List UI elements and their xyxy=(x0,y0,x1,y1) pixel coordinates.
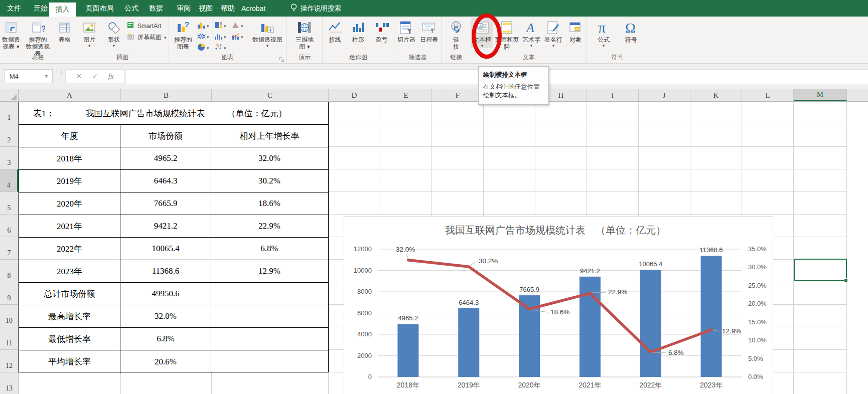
table-cell[interactable]: 2023年 xyxy=(19,260,120,282)
row-header-8[interactable]: 8 xyxy=(0,260,19,282)
column-header-E[interactable]: E xyxy=(380,89,432,101)
row-header-4[interactable]: 4 xyxy=(0,169,19,192)
column-header-A[interactable]: A xyxy=(19,89,121,101)
ribbon-button-三维地图[interactable]: 三维地 图 ▾ xyxy=(294,18,316,50)
embedded-chart[interactable]: 我国互联网广告市场规模统计表 （单位：亿元）120001000080006000… xyxy=(344,216,773,394)
column-header-J[interactable]: J xyxy=(639,89,690,101)
ribbon-tab-3[interactable]: 插入 xyxy=(49,3,76,17)
table-cell[interactable]: 9421.2 xyxy=(120,215,211,237)
ribbon-tab-4[interactable]: 页面布局 xyxy=(81,0,118,17)
table-cell[interactable]: 2022年 xyxy=(19,238,120,260)
row-header-3[interactable]: 3 xyxy=(0,147,19,169)
cancel-icon[interactable]: ✕ xyxy=(76,72,82,80)
table-cell[interactable] xyxy=(211,350,328,373)
table-cell[interactable] xyxy=(211,305,328,327)
ribbon-button-页眉和页脚[interactable]: 页眉和页脚 xyxy=(493,18,520,50)
tell-me-search[interactable]: 操作说明搜索 xyxy=(290,0,341,17)
ribbon-button-mini-treemap-icon[interactable]: ▾ xyxy=(214,21,231,32)
ribbon-button-mini-histogram-icon[interactable]: ▾ xyxy=(214,32,231,43)
insert-function-icon[interactable]: fx xyxy=(108,72,114,81)
dialog-launcher-icon[interactable] xyxy=(279,56,284,61)
table-cell[interactable]: 总计市场份额 xyxy=(19,283,120,305)
column-header-M[interactable]: M xyxy=(794,89,847,101)
table-cell[interactable]: 6.8% xyxy=(211,238,328,260)
ribbon-button-mini-line-chart-icon[interactable]: ▾ xyxy=(197,32,214,43)
table-header-cell[interactable]: 年度 xyxy=(19,125,120,147)
table-cell[interactable]: 18.6% xyxy=(211,192,328,215)
table-cell[interactable]: 12.9% xyxy=(211,260,328,282)
ribbon-button-日程表[interactable]: 日程表 xyxy=(418,18,440,43)
row-header-1[interactable]: 1 xyxy=(0,102,19,124)
table-cell[interactable]: 2021年 xyxy=(19,215,120,237)
ribbon-button-mini-pie-chart-icon[interactable]: ▾ xyxy=(197,43,214,54)
table-header-cell[interactable]: 市场份额 xyxy=(120,125,211,147)
table-cell[interactable]: 2018年 xyxy=(19,147,120,169)
name-box-dropdown-icon[interactable]: ▼ xyxy=(44,74,49,79)
table-cell[interactable] xyxy=(211,283,328,305)
ribbon-button-艺术字[interactable]: A艺术字▾ xyxy=(520,18,542,48)
ribbon-button-数据透视图[interactable]: 数据透视图▾ xyxy=(251,18,283,48)
ribbon-tab-9[interactable]: 帮助 xyxy=(216,0,239,17)
table-cell[interactable]: 49950.6 xyxy=(120,283,211,305)
table-cell[interactable]: 最低增长率 xyxy=(19,328,120,350)
table-cell[interactable]: 2020年 xyxy=(19,192,120,215)
ribbon-button-mini-column-chart-icon[interactable]: ▾ xyxy=(197,21,214,32)
ribbon-button-柱形[interactable]: 柱形 xyxy=(347,18,369,43)
table-cell[interactable]: 4965.2 xyxy=(120,147,211,169)
row-header-13[interactable]: 13 xyxy=(0,372,19,394)
ribbon-button-推荐的图表[interactable]: ?推荐的 图表 xyxy=(172,18,194,50)
data-table[interactable]: 表1：我国互联网广告市场规模统计表（单位：亿元）年度市场份额相对上年增长率201… xyxy=(19,102,329,372)
column-header-F[interactable]: F xyxy=(432,89,484,101)
table-cell[interactable]: 32.0% xyxy=(120,305,211,327)
ribbon-button-符号[interactable]: Ω符号 xyxy=(620,18,642,43)
table-cell[interactable]: 10065.4 xyxy=(120,238,211,260)
ribbon-button-折线[interactable]: 折线 xyxy=(324,18,346,43)
ribbon-button-表格[interactable]: 表格 xyxy=(54,18,76,43)
table-cell[interactable]: 6464.3 xyxy=(120,170,211,192)
ribbon-tab-6[interactable]: 数据 xyxy=(144,0,168,17)
ribbon-button-对象[interactable]: 对象 xyxy=(564,18,587,43)
row-header-2[interactable]: 2 xyxy=(0,124,19,147)
column-header-B[interactable]: B xyxy=(121,89,212,101)
ribbon-button-mini-combo-chart-icon[interactable]: ▾ xyxy=(231,32,248,43)
ribbon-button-smartart[interactable]: SmartArt xyxy=(127,21,167,31)
ribbon-tab-10[interactable]: Acrobat xyxy=(238,0,269,17)
column-header-I[interactable]: I xyxy=(587,89,639,101)
table-cell[interactable]: 32.0% xyxy=(211,147,328,169)
table-header-cell[interactable]: 相对上年增长率 xyxy=(211,125,328,147)
ribbon-button-屏幕截图[interactable]: 屏幕截图▾ xyxy=(127,33,167,42)
selected-cell-outline[interactable] xyxy=(794,259,847,281)
column-header-L[interactable]: L xyxy=(742,89,794,101)
ribbon-button-mini-hierarchy-icon[interactable]: ▾ xyxy=(231,21,248,32)
row-header-7[interactable]: 7 xyxy=(0,237,19,260)
table-title-row[interactable]: 表1：我国互联网广告市场规模统计表（单位：亿元） xyxy=(19,102,328,125)
table-cell[interactable]: 6.8% xyxy=(120,328,211,350)
row-header-9[interactable]: 9 xyxy=(0,282,19,305)
ribbon-button-推荐的数据透视表[interactable]: ?推荐的 数据透视表 xyxy=(22,18,54,57)
ribbon-button-文本框[interactable]: A文本框▾ xyxy=(471,18,493,48)
table-cell[interactable]: 30.2% xyxy=(211,170,328,192)
table-cell[interactable]: 平均增长率 xyxy=(19,350,120,373)
ribbon-tab-5[interactable]: 公式 xyxy=(118,0,144,17)
ribbon-button-数据透视表[interactable]: 数据透 视表 ▾ xyxy=(0,18,22,50)
ribbon-button-图片[interactable]: 图片▾ xyxy=(78,18,100,48)
table-cell[interactable]: 11368.6 xyxy=(120,260,211,282)
table-cell[interactable]: 20.6% xyxy=(120,350,211,373)
fill-handle[interactable] xyxy=(844,278,848,282)
enter-icon[interactable]: ✓ xyxy=(92,72,98,80)
ribbon-tab-7[interactable]: 审阅 xyxy=(172,0,195,17)
name-box[interactable]: M4 ▼ xyxy=(4,69,53,83)
ribbon-tab-1[interactable]: 文件 xyxy=(3,0,26,17)
table-cell[interactable]: 7665.9 xyxy=(120,192,211,215)
row-header-10[interactable]: 10 xyxy=(0,305,19,327)
row-header-11[interactable]: 11 xyxy=(0,327,19,350)
ribbon-button-盈亏[interactable]: 盈亏 xyxy=(371,18,393,43)
table-cell[interactable] xyxy=(211,328,328,350)
column-header-D[interactable]: D xyxy=(329,89,380,101)
table-cell[interactable]: 22.9% xyxy=(211,215,328,237)
ribbon-button-切片器[interactable]: 切片器 xyxy=(395,18,417,43)
row-header-12[interactable]: 12 xyxy=(0,350,19,372)
table-cell[interactable]: 2019年 xyxy=(19,170,120,192)
ribbon-button-形状[interactable]: 形状▾ xyxy=(103,18,125,48)
row-header-6[interactable]: 6 xyxy=(0,215,19,237)
